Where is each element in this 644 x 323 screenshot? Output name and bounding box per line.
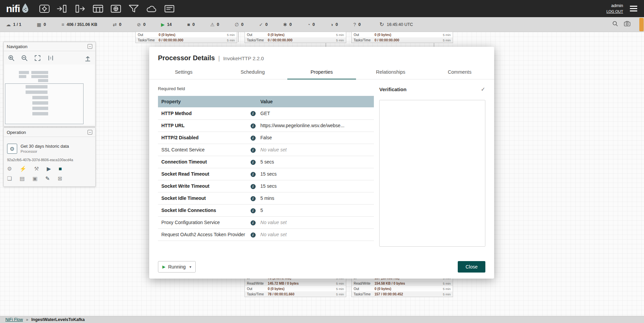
property-info-cell: i [249,156,257,168]
property-row[interactable]: SSL Context ServiceiNo value set [158,144,374,156]
info-icon[interactable]: i [251,208,256,213]
info-icon[interactable]: i [251,220,256,225]
status-locally-modified-stale: ◑0 [330,22,338,27]
stat-value: 145.72 MB / 0 bytes [268,282,336,285]
properties-table: Property Value HTTP MethodiGETHTTP URLih… [158,96,374,246]
info-icon[interactable]: i [251,232,256,238]
property-row[interactable]: Request OAuth2 Access Token ProvideriNo … [158,228,374,241]
search-icon[interactable] [612,21,618,28]
snapshot-icon[interactable] [624,21,631,28]
tab-relationships[interactable]: Relationships [356,66,425,79]
required-field-note: Required field [158,86,374,91]
property-row[interactable]: Socket Idle Connectionsi5 [158,204,374,216]
tab-properties[interactable]: Properties [287,66,356,79]
stat-window: 5 min [443,38,451,42]
property-row[interactable]: Socket Write Timeouti15 secs [158,180,374,192]
property-row[interactable] [158,241,374,246]
breadcrumb-root-link[interactable]: NiFi Flow [5,317,23,322]
flow-analysis-tab[interactable] [639,18,644,31]
info-icon[interactable]: i [251,123,256,129]
remote-process-group-icon[interactable] [109,3,122,14]
property-name: Socket Idle Connections [158,204,249,216]
property-value: 5 secs [257,156,374,168]
property-row[interactable]: HTTP MethodiGET [158,107,374,119]
color-icon[interactable]: ✎ [45,176,50,181]
processor-stats-box[interactable]: Out0 (0 bytes)5 minTasks/Time0 / 00:00:0… [135,32,237,43]
status-locally-modified: ✱0 [283,22,292,27]
info-icon[interactable]: i [251,136,256,141]
property-row[interactable]: Connection Timeouti5 secs [158,156,374,168]
property-row[interactable]: HTTP URLihttps://www.pegelonline.wsv.de/… [158,119,374,132]
close-button[interactable]: Close [458,261,485,273]
leave-group-icon[interactable] [84,55,91,62]
transmitting-icon: ⇄ [113,22,117,27]
tab-comments[interactable]: Comments [425,66,494,79]
property-value: GET [257,107,374,119]
label-icon[interactable] [163,3,176,14]
status-disabled: ∅0 [235,22,244,27]
configure-icon[interactable]: ⚙ [7,166,12,172]
processor-stats-box[interactable]: Out0 (0 bytes)5 minTasks/Time0 / 00:00:0… [245,32,346,43]
property-row[interactable]: Socket Read Timeouti15 secs [158,168,374,180]
threads-icon: ▦ [37,22,41,27]
info-icon[interactable]: i [251,111,256,116]
menu-icon[interactable] [630,6,637,11]
refresh-icon[interactable]: ↻ [380,22,384,27]
info-icon[interactable]: i [251,148,256,153]
dialog-title: Processor Details [158,54,215,62]
minimap[interactable] [5,65,94,125]
copy-icon[interactable]: ❏ [7,176,12,181]
stat-label: Out [354,33,375,37]
info-icon[interactable]: i [251,196,256,201]
status-count: 0 [192,22,195,27]
delete-icon[interactable]: ⊠ [58,176,62,181]
verification-check-icon[interactable]: ✓ [481,86,485,93]
property-value: No value set [257,228,374,241]
zoom-in-icon[interactable] [8,55,15,62]
topbar-right: admin LOG OUT [606,3,639,14]
refresh-group[interactable]: ↻ 16:45:40 UTC [380,22,413,27]
collapse-icon[interactable] [88,44,92,49]
start-icon[interactable]: ▶ [47,166,51,172]
status-count: 14 [167,22,172,27]
input-port-icon[interactable] [56,3,69,14]
processor-icon[interactable] [38,3,51,14]
group-icon[interactable]: ▣ [32,176,37,181]
nifi-droplet-icon [21,3,29,14]
paste-icon[interactable]: ▤ [20,176,25,181]
statusbar-actions [612,21,631,28]
property-row[interactable]: HTTP/2 DisablediFalse [158,132,374,144]
property-info-cell [249,241,257,246]
info-icon[interactable]: i [251,184,256,189]
logout-link[interactable]: LOG OUT [606,9,623,13]
stop-icon[interactable]: ■ [59,166,62,172]
property-row[interactable]: Socket Idle Timeouti5 mins [158,192,374,204]
stat-row: Tasks/Time157 / 00:00:00.4525 min [352,291,453,297]
verify-icon[interactable]: ⚒ [34,166,39,172]
info-icon[interactable]: i [251,160,256,165]
info-icon[interactable]: i [251,172,256,177]
template-icon[interactable] [145,3,158,14]
run-state-button[interactable]: ▶ Running ▾ [158,261,196,273]
property-info-cell: i [249,107,257,119]
output-port-icon[interactable] [74,3,87,14]
zoom-out-icon[interactable] [21,55,28,62]
processor-stats-box[interactable]: Out0 (0 bytes)5 minTasks/Time0 / 00:00:0… [351,32,453,43]
status-count: 1 / 1 [13,22,21,27]
stat-window: 5 min [443,287,451,291]
stat-value: 0 (0 bytes) [268,287,336,291]
collapse-icon[interactable] [88,130,92,135]
tab-scheduling[interactable]: Scheduling [218,66,287,79]
zoom-fit-icon[interactable] [34,55,41,62]
enable-icon[interactable]: ⚡ [20,166,26,172]
property-name: Socket Write Timeout [158,180,249,192]
refresh-time: 16:45:40 UTC [387,22,413,27]
tab-settings[interactable]: Settings [149,66,218,79]
process-group-icon[interactable] [92,3,104,14]
status-queued: ≡406 / 351.06 KB [62,22,97,27]
property-row[interactable]: Proxy Configuration ServiceiNo value set [158,216,374,228]
status-count: 0 [358,22,361,27]
funnel-icon[interactable] [127,3,140,14]
zoom-actual-icon[interactable] [47,55,54,62]
property-name: Connection Timeout [158,156,249,168]
